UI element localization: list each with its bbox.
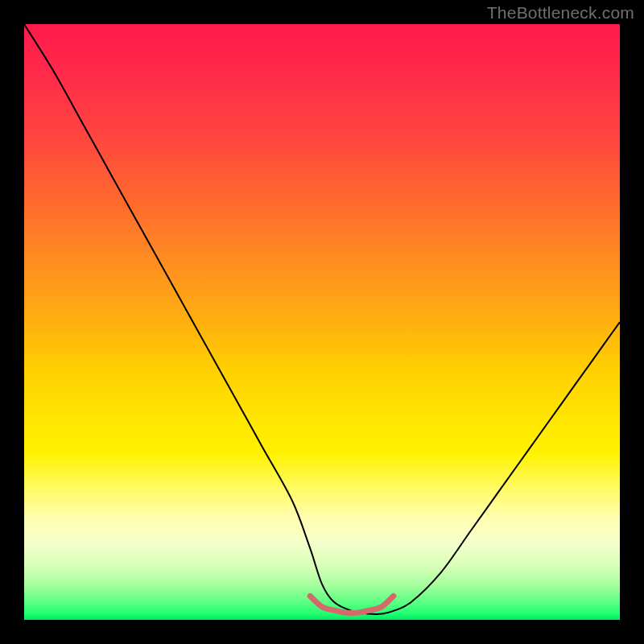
curve-svg	[24, 24, 620, 620]
bottleneck-curve	[24, 24, 620, 614]
watermark-text: TheBottleneck.com	[487, 3, 634, 23]
plot-area	[24, 24, 620, 620]
optimal-band	[310, 596, 394, 613]
chart-container: TheBottleneck.com	[0, 0, 644, 644]
